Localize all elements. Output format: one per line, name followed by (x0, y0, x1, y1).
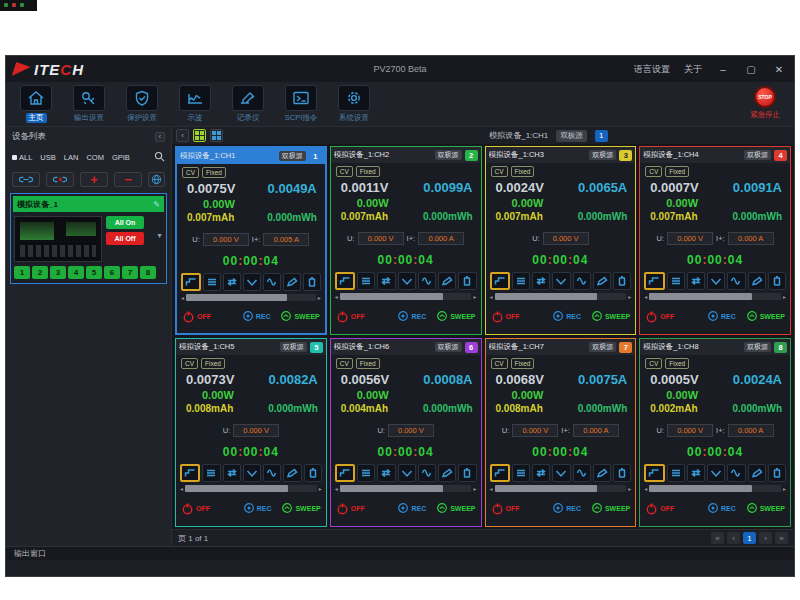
record-button[interactable]: REC (397, 310, 426, 322)
device-channel-button-5[interactable]: 5 (86, 266, 102, 279)
scrollbar-thumb[interactable] (495, 485, 598, 492)
output-off-button[interactable]: OFF (491, 502, 520, 515)
tools-scrollbar[interactable]: ◂ ▸ (486, 290, 636, 300)
record-button[interactable]: REC (397, 502, 426, 514)
edit-icon[interactable] (438, 272, 456, 290)
filter-usb[interactable]: USB (40, 153, 55, 162)
battery-icon[interactable] (768, 272, 786, 290)
sweep-button[interactable]: SWEEP (436, 502, 475, 514)
output-curve-icon[interactable] (644, 464, 664, 482)
tools-scrollbar[interactable]: ◂ ▸ (486, 482, 636, 492)
channel-card[interactable]: 模拟设备_1:CH6 双极源 6 CV Fixed 0.0056V 0.0008… (330, 338, 482, 527)
voltage-set-input[interactable]: 0.000 V (667, 232, 713, 245)
transfer-icon[interactable] (687, 272, 705, 290)
remove-device-button[interactable]: − (114, 172, 142, 187)
sidebar-collapse-button[interactable]: ‹ (155, 132, 165, 142)
scroll-left-icon[interactable]: ◂ (490, 485, 493, 492)
transfer-icon[interactable] (687, 464, 705, 482)
battery-icon[interactable] (458, 464, 476, 482)
record-button[interactable]: REC (552, 310, 581, 322)
current-set-input[interactable]: 0.000 A (418, 232, 464, 245)
current-set-input[interactable]: 0.000 A (728, 424, 774, 437)
transfer-icon[interactable] (532, 464, 550, 482)
grid-view-button[interactable] (193, 129, 206, 142)
first-page-button[interactable]: « (711, 532, 724, 544)
battery-icon[interactable] (458, 272, 476, 290)
valley-icon[interactable] (707, 464, 725, 482)
voltage-set-input[interactable]: 0.000 V (667, 424, 713, 437)
transfer-icon[interactable] (223, 464, 241, 482)
scroll-right-icon[interactable]: ▸ (473, 485, 476, 492)
sweep-button[interactable]: SWEEP (436, 310, 475, 322)
current-page-button[interactable]: 1 (743, 532, 756, 544)
output-off-button[interactable]: OFF (182, 310, 211, 323)
battery-icon[interactable] (304, 464, 322, 482)
channel-card[interactable]: 模拟设备_1:CH1 双极源 1 CV Fixed 0.0075V 0.0049… (175, 146, 327, 335)
emergency-stop-button[interactable]: STOP (754, 86, 776, 108)
wave-icon[interactable] (573, 464, 591, 482)
record-button[interactable]: REC (243, 502, 272, 514)
tools-scrollbar[interactable]: ◂ ▸ (331, 290, 481, 300)
toolbar-item-protection-settings[interactable]: 保护设置 (120, 85, 164, 123)
list-icon[interactable] (512, 464, 530, 482)
device-channel-button-7[interactable]: 7 (122, 266, 138, 279)
device-channel-button-1[interactable]: 1 (14, 266, 30, 279)
wave-icon[interactable] (727, 272, 745, 290)
device-channel-button-6[interactable]: 6 (104, 266, 120, 279)
disconnect-icon[interactable] (46, 172, 74, 187)
edit-icon[interactable] (748, 464, 766, 482)
scroll-right-icon[interactable]: ▸ (318, 294, 321, 301)
filter-lan[interactable]: LAN (64, 153, 79, 162)
voltage-set-input[interactable]: 0.000 V (543, 232, 589, 245)
channel-card[interactable]: 模拟设备_1:CH2 双极源 2 CV Fixed 0.0011V 0.0099… (330, 146, 482, 335)
edit-icon[interactable] (748, 272, 766, 290)
prev-page-button[interactable]: ‹ (727, 532, 740, 544)
scroll-right-icon[interactable]: ▸ (783, 485, 786, 492)
device-channel-button-4[interactable]: 4 (68, 266, 84, 279)
current-set-input[interactable]: 0.005 A (263, 233, 309, 246)
connect-icon[interactable] (12, 172, 40, 187)
tools-scrollbar[interactable]: ◂ ▸ (177, 291, 325, 301)
scrollbar-thumb[interactable] (186, 294, 287, 301)
edit-device-icon[interactable]: ✎ (153, 200, 160, 209)
collapse-sidebar-button[interactable]: ‹ (176, 129, 189, 142)
output-off-button[interactable]: OFF (491, 310, 520, 323)
output-curve-icon[interactable] (181, 273, 201, 291)
device-expand-caret[interactable]: ▼ (156, 232, 163, 239)
about-menu[interactable]: 关于 (684, 63, 702, 76)
add-device-button[interactable]: + (80, 172, 108, 187)
channel-card[interactable]: 模拟设备_1:CH3 双极源 3 CV Fixed 0.0024V 0.0065… (485, 146, 637, 335)
voltage-set-input[interactable]: 0.000 V (358, 232, 404, 245)
tools-scrollbar[interactable]: ◂ ▸ (640, 482, 790, 492)
output-off-button[interactable]: OFF (645, 310, 674, 323)
edit-icon[interactable] (593, 272, 611, 290)
sweep-button[interactable]: SWEEP (280, 310, 319, 322)
edit-icon[interactable] (283, 273, 301, 291)
toolbar-item-oscilloscope[interactable]: 示波 (173, 85, 217, 123)
output-curve-icon[interactable] (644, 272, 664, 290)
list-icon[interactable] (203, 273, 221, 291)
scroll-left-icon[interactable]: ◂ (335, 293, 338, 300)
wave-icon[interactable] (263, 273, 281, 291)
minimize-button[interactable]: – (716, 64, 730, 75)
sweep-button[interactable]: SWEEP (591, 502, 630, 514)
record-button[interactable]: REC (552, 502, 581, 514)
scroll-right-icon[interactable]: ▸ (628, 485, 631, 492)
valley-icon[interactable] (552, 464, 570, 482)
transfer-icon[interactable] (377, 272, 395, 290)
voltage-set-input[interactable]: 0.000 V (388, 424, 434, 437)
battery-icon[interactable] (613, 464, 631, 482)
transfer-icon[interactable] (223, 273, 241, 291)
scroll-right-icon[interactable]: ▸ (319, 485, 322, 492)
voltage-set-input[interactable]: 0.000 V (203, 233, 249, 246)
sweep-button[interactable]: SWEEP (591, 310, 630, 322)
scroll-right-icon[interactable]: ▸ (783, 293, 786, 300)
valley-icon[interactable] (398, 464, 416, 482)
edit-icon[interactable] (438, 464, 456, 482)
tools-scrollbar[interactable]: ◂ ▸ (640, 290, 790, 300)
channel-card[interactable]: 模拟设备_1:CH8 双极源 8 CV Fixed 0.0005V 0.0024… (639, 338, 791, 527)
toolbar-item-system-settings[interactable]: 系统设置 (332, 85, 376, 123)
filter-all[interactable]: ALL (12, 153, 32, 162)
scroll-left-icon[interactable]: ◂ (644, 293, 647, 300)
output-off-button[interactable]: OFF (336, 502, 365, 515)
